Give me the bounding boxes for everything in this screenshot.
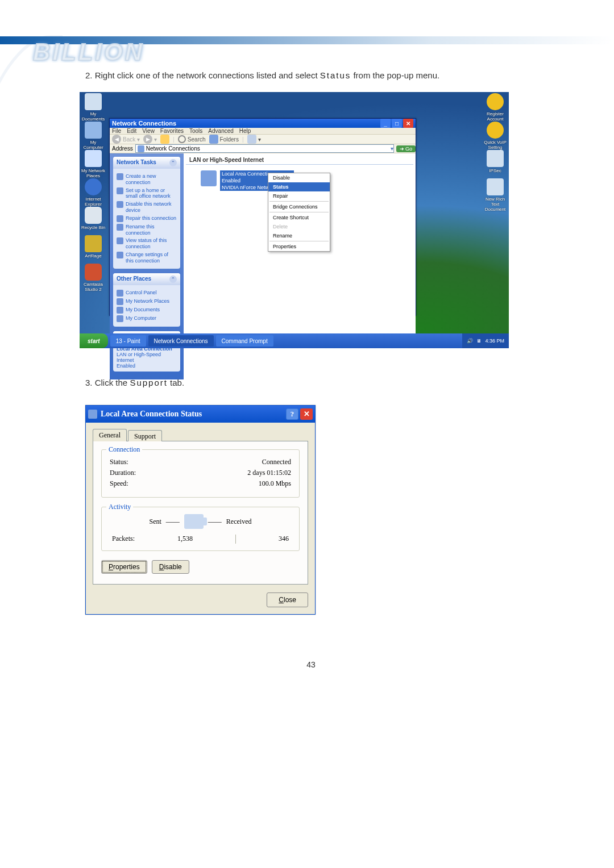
menu-favorites[interactable]: Favorites — [160, 128, 184, 134]
collapse-icon[interactable]: ⌃ — [169, 276, 177, 283]
tray-icon[interactable]: 🖥 — [476, 338, 482, 344]
dialog-titlebar[interactable]: Local Area Connection Status ? ✕ — [86, 406, 315, 423]
task-create-connection[interactable]: Create a new connection — [117, 173, 177, 186]
rename-icon — [117, 224, 123, 231]
panel-title: Other Places — [117, 276, 151, 283]
up-icon — [160, 135, 169, 144]
status-icon — [117, 237, 123, 244]
camtasia-icon — [85, 264, 102, 281]
desktop-icon-quick-voip[interactable]: Quick VoIP Setting — [483, 122, 508, 150]
search-button[interactable]: Search — [178, 135, 206, 143]
group-legend: Connection — [106, 445, 142, 454]
menu-bar[interactable]: File Edit View Favorites Tools Advanced … — [110, 128, 416, 135]
views-button[interactable]: ▾ — [247, 135, 261, 144]
group-activity: Activity Sent —— —— Received Packets: 1,… — [101, 507, 300, 551]
place-my-computer[interactable]: My Computer — [117, 315, 177, 322]
help-button[interactable]: ? — [286, 408, 298, 420]
task-command-prompt[interactable]: Command Prompt — [216, 335, 273, 347]
settings-icon — [117, 252, 123, 258]
tab-support[interactable]: Support — [128, 430, 162, 441]
ctx-bridge[interactable]: Bridge Connections — [268, 202, 330, 211]
recycle-icon — [85, 207, 102, 224]
folders-button[interactable]: Folders — [209, 135, 239, 144]
tab-general[interactable]: General — [93, 429, 127, 441]
close-dialog-button[interactable]: Close — [267, 592, 308, 607]
rtf-icon — [487, 178, 504, 195]
task-rename[interactable]: Rename this connection — [117, 224, 177, 236]
menu-edit[interactable]: Edit — [127, 128, 136, 134]
close-button[interactable]: ✕ — [403, 119, 413, 128]
collapse-icon[interactable]: ⌃ — [169, 159, 177, 166]
search-icon — [178, 135, 186, 143]
menu-help[interactable]: Help — [239, 128, 251, 134]
maximize-button[interactable]: □ — [392, 119, 402, 128]
desktop-icon-ie[interactable]: Internet Explorer — [81, 178, 106, 207]
views-icon — [247, 135, 256, 144]
address-field[interactable]: Network Connections▾ — [135, 144, 394, 153]
ctx-repair[interactable]: Repair — [268, 191, 330, 201]
voip-icon — [487, 122, 504, 139]
place-control-panel[interactable]: Control Panel — [117, 290, 177, 297]
label-packets: Packets: — [112, 535, 135, 544]
ie-icon — [85, 178, 102, 195]
task-change-settings[interactable]: Change settings of this connection — [117, 252, 177, 264]
forward-button[interactable]: ▶ ▾ — [143, 135, 157, 144]
value-packets-recv: 346 — [279, 535, 289, 544]
desktop-icon-network-places[interactable]: My Network Places — [81, 150, 106, 178]
desktop-icon-register[interactable]: Register Account — [483, 93, 508, 122]
register-icon — [487, 93, 504, 110]
go-button[interactable]: ➜ Go — [396, 145, 416, 152]
connection-icon — [201, 170, 217, 186]
task-network-connections[interactable]: Network Connections — [148, 335, 214, 347]
properties-button[interactable]: Properties — [101, 560, 147, 574]
up-button[interactable] — [160, 135, 169, 144]
context-menu: Disable Status Repair Bridge Connections… — [268, 173, 330, 252]
desktop-icon-my-documents[interactable]: My Documents — [81, 93, 106, 122]
network-connections-window: Network Connections _ □ ✕ File Edit View… — [109, 118, 416, 316]
menu-advanced[interactable]: Advanced — [208, 128, 233, 134]
start-button[interactable]: start — [80, 333, 108, 348]
minimize-button[interactable]: _ — [380, 119, 391, 128]
desktop-icon-artrage[interactable]: ArtRage — [81, 235, 106, 258]
divider — [235, 535, 236, 544]
ctx-disable[interactable]: Disable — [268, 173, 330, 182]
create-icon — [117, 173, 123, 180]
folders-icon — [209, 135, 218, 144]
value-packets-sent: 1,538 — [177, 535, 193, 544]
label-duration: Duration: — [110, 469, 136, 477]
value-speed: 100.0 Mbps — [259, 479, 291, 488]
ctx-delete[interactable]: Delete — [268, 222, 330, 231]
label-status: Status: — [110, 458, 128, 466]
ctx-shortcut[interactable]: Create Shortcut — [268, 213, 330, 222]
dialog-icon — [88, 410, 97, 419]
task-disable-device[interactable]: Disable this network device — [117, 201, 177, 214]
disable-button[interactable]: Disable — [152, 560, 189, 574]
tray[interactable]: 🔊 🖥 4:36 PM — [462, 333, 509, 348]
ctx-status[interactable]: Status — [268, 182, 330, 191]
close-button[interactable]: ✕ — [300, 408, 313, 420]
menu-view[interactable]: View — [142, 128, 155, 134]
desktop-icon-recycle-bin[interactable]: Recycle Bin — [81, 207, 106, 230]
task-view-status[interactable]: View status of this connection — [117, 237, 177, 250]
menu-file[interactable]: File — [112, 128, 121, 134]
desktop-icon-ipsec[interactable]: IPSec — [483, 150, 508, 173]
task-paint[interactable]: 13 - Paint — [110, 335, 146, 347]
group-legend: Activity — [106, 503, 133, 511]
tray-icon[interactable]: 🔊 — [467, 338, 473, 344]
menu-tools[interactable]: Tools — [189, 128, 202, 134]
desktop-icon-my-computer[interactable]: My Computer — [81, 122, 106, 150]
panel-network-tasks: Network Tasks⌃ Create a new connection S… — [113, 157, 180, 269]
forward-icon: ▶ — [143, 135, 152, 144]
task-setup-network[interactable]: Set up a home or small office network — [117, 187, 177, 200]
back-button[interactable]: ◀Back ▾ — [112, 135, 140, 144]
desktop-icon-rtf[interactable]: New Rich Text Document — [483, 178, 508, 212]
artrage-icon — [85, 235, 102, 252]
task-repair[interactable]: Repair this connection — [117, 215, 177, 222]
place-network-places[interactable]: My Network Places — [117, 298, 177, 305]
place-my-documents[interactable]: My Documents — [117, 307, 177, 314]
ctx-rename[interactable]: Rename — [268, 231, 330, 240]
desktop-icon-camtasia[interactable]: Camtasia Studio 2 — [81, 264, 106, 292]
window-title: Network Connections — [112, 120, 379, 127]
ctx-properties[interactable]: Properties — [268, 242, 330, 251]
window-titlebar[interactable]: Network Connections _ □ ✕ — [110, 119, 416, 128]
